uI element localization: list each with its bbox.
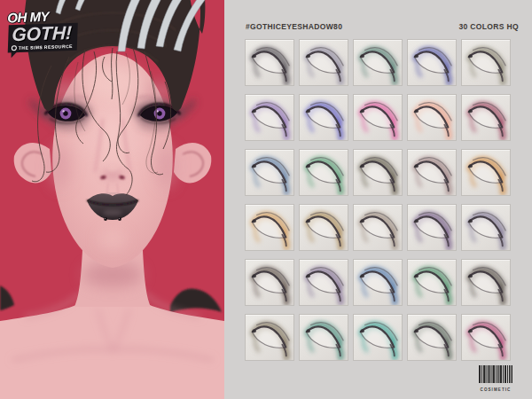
colors-count-label: 30 COLORS HQ bbox=[459, 22, 520, 31]
product-hashtag: #GOTHICEYESHADOW80 bbox=[246, 22, 342, 31]
eyeshadow-swatch-art bbox=[246, 260, 293, 305]
eyeshadow-swatch-art bbox=[246, 95, 293, 140]
swatch-10 bbox=[461, 94, 511, 141]
eyeshadow-swatch-art bbox=[408, 260, 456, 305]
oh-my-goth-logo: OH MY GOTH! THE SIMS RESOURCE bbox=[7, 9, 80, 55]
swatch-4 bbox=[407, 39, 457, 86]
swatch-9 bbox=[407, 94, 457, 141]
eyeshadow-swatch-art bbox=[408, 150, 456, 195]
swatch-13 bbox=[353, 149, 403, 196]
swatch-7 bbox=[299, 94, 348, 141]
eyeshadow-swatch-art bbox=[462, 315, 510, 360]
tsr-logo-icon bbox=[12, 45, 17, 51]
eyeshadow-swatch-art bbox=[462, 150, 510, 195]
eyeshadow-swatch-art bbox=[246, 150, 293, 195]
swatch-3 bbox=[353, 39, 403, 86]
eyeshadow-swatch-art bbox=[462, 40, 510, 85]
eyeshadow-swatch-art bbox=[300, 40, 348, 85]
barcode-icon bbox=[479, 365, 512, 383]
eyeshadow-swatch-art bbox=[354, 95, 402, 140]
eyeshadow-swatch-art bbox=[354, 260, 402, 305]
eyeshadow-swatch-art bbox=[462, 205, 510, 250]
swatch-5 bbox=[461, 39, 511, 86]
portrait-panel: OH MY GOTH! THE SIMS RESOURCE bbox=[0, 0, 224, 399]
swatch-12 bbox=[299, 149, 348, 196]
eyeshadow-swatch-art bbox=[462, 95, 510, 140]
swatch-1 bbox=[245, 39, 294, 86]
swatch-6 bbox=[245, 94, 294, 141]
eyeshadow-swatch-art bbox=[300, 95, 348, 140]
swatch-18 bbox=[353, 204, 403, 251]
logo-tagline-text: THE SIMS RESOURCE bbox=[19, 43, 73, 51]
swatch-24 bbox=[407, 259, 457, 306]
eyeshadow-swatch-art bbox=[354, 315, 402, 360]
logo-tagline: THE SIMS RESOURCE bbox=[12, 43, 73, 51]
eyeshadow-swatch-art bbox=[300, 205, 348, 250]
eyeshadow-swatch-art bbox=[246, 40, 293, 85]
swatch-20 bbox=[461, 204, 511, 251]
eyeshadow-swatch-art bbox=[246, 315, 293, 360]
swatch-23 bbox=[353, 259, 403, 306]
eyeshadow-swatch-art bbox=[408, 315, 456, 360]
eyeshadow-swatch-art bbox=[408, 205, 456, 250]
swatch-22 bbox=[299, 259, 348, 306]
swatch-30 bbox=[461, 314, 511, 361]
swatch-17 bbox=[299, 204, 348, 251]
logo-badge: GOTH! THE SIMS RESOURCE bbox=[8, 23, 78, 53]
eyeshadow-swatch-art bbox=[408, 40, 456, 85]
swatch-14 bbox=[407, 149, 457, 196]
barcode-label: COSIMETIC bbox=[478, 387, 513, 392]
logo-line2: GOTH! bbox=[12, 23, 74, 44]
swatch-25 bbox=[461, 259, 511, 306]
eyeshadow-swatch-art bbox=[408, 95, 456, 140]
swatch-29 bbox=[407, 314, 457, 361]
eyeshadow-swatch-art bbox=[300, 260, 348, 305]
eyeshadow-swatch-art bbox=[354, 205, 402, 250]
swatch-19 bbox=[407, 204, 457, 251]
swatch-27 bbox=[299, 314, 348, 361]
eyeshadow-swatch-art bbox=[300, 315, 348, 360]
swatch-16 bbox=[245, 204, 294, 251]
promo-image: OH MY GOTH! THE SIMS RESOURCE #GOTHICEYE… bbox=[0, 0, 532, 399]
eyeshadow-swatch-art bbox=[462, 260, 510, 305]
swatch-11 bbox=[245, 149, 294, 196]
swatch-15 bbox=[461, 149, 511, 196]
eyeshadow-swatch-art bbox=[246, 205, 293, 250]
eyeshadow-swatch-art bbox=[354, 150, 402, 195]
eyeshadow-swatch-art bbox=[354, 40, 402, 85]
eyeshadow-swatch-art bbox=[300, 150, 348, 195]
swatch-21 bbox=[245, 259, 294, 306]
barcode-block: COSIMETIC bbox=[478, 365, 513, 392]
swatch-8 bbox=[353, 94, 403, 141]
swatch-2 bbox=[299, 39, 348, 86]
swatch-26 bbox=[245, 314, 294, 361]
goth-model-portrait bbox=[0, 0, 224, 399]
swatch-grid bbox=[245, 39, 511, 361]
swatch-28 bbox=[353, 314, 403, 361]
